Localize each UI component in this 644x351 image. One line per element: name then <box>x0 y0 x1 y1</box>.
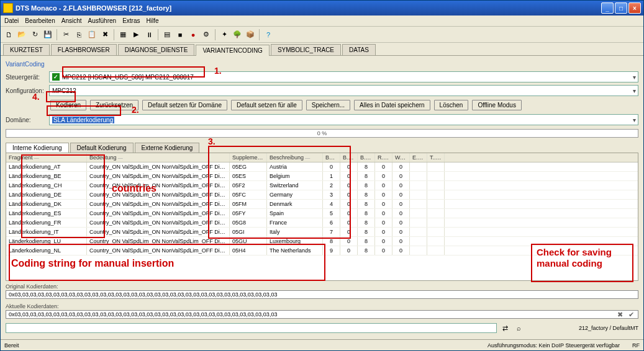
tab-symbolic-trace[interactable]: SYMBOLIC_TRACE <box>271 44 341 55</box>
tab-interne-kodierung[interactable]: Interne Kodierung <box>6 143 69 153</box>
col-byt[interactable]: Byt.. <box>323 153 340 162</box>
table-row[interactable]: Länderkodierung_DKCountry_ON ValSpdLim_O… <box>6 200 638 209</box>
tool-cut-icon[interactable]: ✂ <box>60 29 71 40</box>
inner-tabs: Interne Kodierung Default Kodierung Exte… <box>6 143 638 153</box>
table-row[interactable]: Länderkodierung_ITCountry_ON ValSpdLim_O… <box>6 228 638 237</box>
status-mode: Ausführungsmodus: Kein DoIP Steuergerät … <box>488 342 620 349</box>
search-option1-icon[interactable]: ⇄ <box>499 322 510 334</box>
kodieren-button[interactable]: Kodieren <box>50 100 86 110</box>
col-t[interactable]: T.. <box>427 153 445 162</box>
progress-bar: 0 % <box>6 129 638 138</box>
konfiguration-label: Konfiguration: <box>6 87 49 94</box>
minimize-button[interactable]: _ <box>601 2 614 14</box>
table-row[interactable]: Länderkodierung_LUCountry_ON ValSpdLim_O… <box>6 237 638 246</box>
tool-new-icon[interactable]: 🗋 <box>3 29 14 40</box>
cancel-coding-icon[interactable]: ✖ <box>615 311 624 318</box>
tool-open-icon[interactable]: 📂 <box>16 29 27 40</box>
tool-run-icon[interactable]: ▶ <box>130 29 142 40</box>
col-b1[interactable]: B.. <box>340 153 358 162</box>
tab-flashbrowser[interactable]: FLASHBROWSER <box>51 44 117 55</box>
status-path: 212_factory / DefaultMT <box>527 325 638 331</box>
table-row[interactable]: Länderkodierung_BECountry_ON ValSpdLim_O… <box>6 172 638 181</box>
progress-text: 0 % <box>317 130 327 136</box>
tab-variantencoding[interactable]: VARIANTENCODING <box>196 45 270 56</box>
tab-externe-kodierung[interactable]: Externe Kodierung <box>135 143 200 153</box>
menu-ansicht[interactable]: Ansicht <box>61 17 82 24</box>
tool-help-icon[interactable]: ? <box>263 29 274 40</box>
menu-bearbeiten[interactable]: Bearbeiten <box>25 17 55 24</box>
table-row[interactable]: Länderkodierung_FRCountry_ON ValSpdLim_O… <box>6 218 638 228</box>
menu-hilfe[interactable]: Hilfe <box>146 17 158 24</box>
tool-refresh-icon[interactable]: ↻ <box>29 29 40 40</box>
table-row[interactable]: Länderkodierung_DECountry_ON ValSpdLim_O… <box>6 190 638 200</box>
tab-datas[interactable]: DATAS <box>342 44 376 55</box>
titlebar: DTS Monaco - 2.FLASHBROWSER [212_factory… <box>1 1 643 16</box>
aktuelle-kodier-box[interactable]: 0x03,03,03,03,03,03,03,03,03,03,03,03,03… <box>6 310 638 319</box>
window-title: DTS Monaco - 2.FLASHBROWSER [212_factory… <box>16 4 601 12</box>
variantcoding-panel: VariantCoding Steuergerät: ✓ MPC212 [HSC… <box>1 56 643 339</box>
tool-gear-icon[interactable]: ⚙ <box>201 29 212 40</box>
table-row[interactable]: Länderkodierung_ESCountry_ON ValSpdLim_O… <box>6 209 638 218</box>
tool-tree-icon[interactable]: 🌳 <box>232 29 243 40</box>
table-row[interactable]: Länderkodierung_NLCountry_ON ValSpdLim_O… <box>6 246 638 255</box>
konfiguration-value: MPC212 <box>52 87 76 94</box>
tool-copy-icon[interactable]: ⎘ <box>73 29 84 40</box>
speichern-button[interactable]: Speichern... <box>306 100 350 110</box>
table-row[interactable]: Länderkodierung_ATCountry_ON ValSpdLim_O… <box>6 162 638 172</box>
col-e[interactable]: E.. <box>410 153 427 162</box>
tool-stop-icon[interactable]: ■ <box>175 29 186 40</box>
close-button[interactable]: × <box>628 2 641 14</box>
status-bereit: Bereit <box>4 342 42 349</box>
table-body[interactable]: Länderkodierung_ATCountry_ON ValSpdLim_O… <box>6 162 638 280</box>
tool-sheet-icon[interactable]: ▤ <box>161 29 173 40</box>
menu-ausfuehren[interactable]: Ausführen <box>88 17 117 24</box>
default-domaine-button[interactable]: Default setzen für Domäne <box>142 100 227 110</box>
zuruecksetzen-button[interactable]: Zurücksetzen <box>90 100 138 110</box>
alles-speichern-button[interactable]: Alles in Datei speichern <box>354 100 430 110</box>
aktuelle-kodier-value: 0x03,03,03,03,03,03,03,03,03,03,03,03,03… <box>9 311 612 318</box>
main-tabs: KURZTEST FLASHBROWSER DIAGNOSE_DIENSTE V… <box>1 43 643 56</box>
loeschen-button[interactable]: Löschen <box>434 100 469 110</box>
default-alle-button[interactable]: Default setzen für alle <box>231 100 302 110</box>
col-supplemen[interactable]: Supplemen.. <box>230 153 267 162</box>
tab-diagnose-dienste[interactable]: DIAGNOSE_DIENSTE <box>118 44 195 55</box>
steuergeraet-value: MPC212 [HSCAN_UDS_500] MPC212_000017 <box>62 74 194 81</box>
col-b2[interactable]: B.. <box>358 153 375 162</box>
offline-button[interactable]: Offline Modus <box>472 100 522 110</box>
tab-default-kodierung[interactable]: Default Kodierung <box>70 143 134 153</box>
tool-box-icon[interactable]: 📦 <box>245 29 256 40</box>
save-coding-icon[interactable]: ✔ <box>627 311 635 318</box>
tool-save-icon[interactable]: 💾 <box>42 29 53 40</box>
search-option2-icon[interactable]: ⌕ <box>513 322 524 334</box>
col-w[interactable]: W.. <box>392 153 410 162</box>
coding-table: Fragment Bedeutung Supplemen.. Beschreib… <box>6 153 638 281</box>
search-input[interactable] <box>6 323 497 333</box>
status-rf: RF <box>632 342 640 349</box>
original-kodier-label: Original Kodierdaten: <box>6 283 638 290</box>
tab-kurztest[interactable]: KURZTEST <box>3 44 50 55</box>
menubar: Datei Bearbeiten Ansicht Ausführen Extra… <box>1 16 643 27</box>
menu-extras[interactable]: Extras <box>122 17 140 24</box>
col-r[interactable]: R.. <box>375 153 392 162</box>
group-label: VariantCoding <box>6 61 638 68</box>
maximize-button[interactable]: □ <box>615 2 627 14</box>
domaine-combo[interactable]: SLA Länderkodierung <box>49 114 638 125</box>
steuergeraet-combo[interactable]: ✓ MPC212 [HSCAN_UDS_500] MPC212_000017 <box>49 71 638 82</box>
statusbar: Bereit Ausführungsmodus: Kein DoIP Steue… <box>1 339 643 350</box>
tool-pause-icon[interactable]: ⏸ <box>143 29 155 40</box>
aktuelle-kodier-label: Aktuelle Kodierdaten: <box>6 303 638 309</box>
tool-layout-icon[interactable]: ▦ <box>117 29 129 40</box>
tool-delete-icon[interactable]: ✖ <box>99 29 111 40</box>
tool-paste-icon[interactable]: 📋 <box>86 29 98 40</box>
konfiguration-combo[interactable]: MPC212 <box>49 85 638 96</box>
domaine-value: SLA Länderkodierung <box>52 117 114 123</box>
tool-record-icon[interactable]: ● <box>188 29 199 40</box>
check-icon: ✓ <box>52 73 60 81</box>
table-row[interactable]: Länderkodierung_CHCountry_ON ValSpdLim_O… <box>6 181 638 190</box>
col-beschreibung[interactable]: Beschreibung <box>267 153 323 162</box>
col-fragment[interactable]: Fragment <box>6 153 87 162</box>
tool-wand-icon[interactable]: ✦ <box>219 29 230 40</box>
table-header: Fragment Bedeutung Supplemen.. Beschreib… <box>6 153 638 162</box>
menu-datei[interactable]: Datei <box>4 17 19 24</box>
col-bedeutung[interactable]: Bedeutung <box>87 153 230 162</box>
